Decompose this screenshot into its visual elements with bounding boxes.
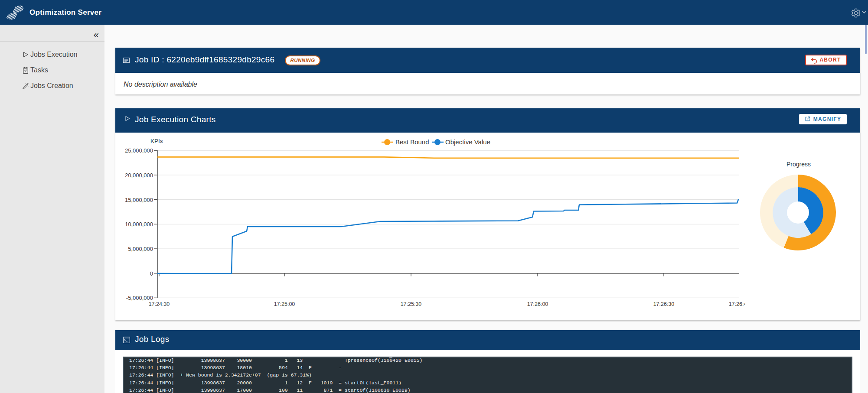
svg-text:Objective Value: Objective Value (445, 138, 490, 146)
svg-text:17:24:30: 17:24:30 (149, 301, 170, 307)
svg-text:17:26:00: 17:26:00 (527, 301, 548, 307)
svg-text:17:25:30: 17:25:30 (401, 301, 422, 307)
svg-text:Best Bound: Best Bound (395, 138, 429, 146)
svg-text:17:26:47: 17:26:47 (729, 301, 745, 307)
svg-text:15,000,000: 15,000,000 (125, 197, 153, 203)
svg-text:17:25:00: 17:25:00 (274, 301, 295, 307)
svg-text:5,000,000: 5,000,000 (128, 246, 153, 252)
svg-text:10,000,000: 10,000,000 (125, 221, 153, 227)
svg-text:0: 0 (150, 270, 153, 277)
svg-text:-5,000,000: -5,000,000 (126, 295, 153, 301)
svg-text:KPIs: KPIs (150, 138, 163, 144)
svg-text:25,000,000: 25,000,000 (125, 147, 153, 154)
svg-text:20,000,000: 20,000,000 (125, 172, 153, 179)
svg-text:17:26:30: 17:26:30 (653, 301, 675, 307)
